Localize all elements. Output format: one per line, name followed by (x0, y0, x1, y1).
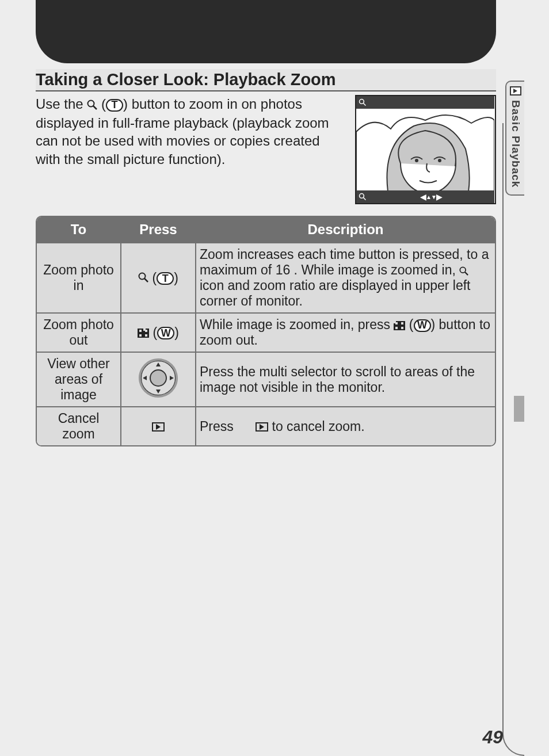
section-title: Taking a Closer Look: Playback Zoom (36, 69, 496, 91)
svg-line-3 (364, 104, 366, 106)
cell-description: Press the multi selector to scroll to ar… (195, 352, 495, 406)
lcd-top-bar (356, 96, 494, 109)
header-description: Description (195, 217, 495, 242)
w-button-icon: W (414, 319, 431, 332)
magnifier-icon (359, 98, 367, 106)
face-illustration (356, 109, 494, 192)
header-press: Press (120, 217, 195, 242)
intro-row: Use the (T) button to zoom in on photos … (36, 95, 496, 204)
magnifier-icon (459, 266, 468, 276)
svg-point-6 (438, 159, 441, 162)
svg-line-8 (364, 198, 366, 200)
lcd-illustration: ◀▲▼▶ (355, 95, 496, 204)
controls-table: To Press Description Zoom photo in (T) Z… (36, 216, 496, 446)
intro-text: Use the (T) button to zoom in on photos … (36, 95, 341, 204)
cell-description: Press to cancel zoom. (195, 406, 495, 445)
svg-line-1 (93, 106, 97, 109)
table-header-row: To Press Description (37, 217, 495, 242)
lcd-bottom-bar: ◀▲▼▶ (356, 190, 494, 203)
thumbnail-icon (394, 321, 405, 330)
svg-point-14 (150, 370, 166, 386)
cell-press: (T) (120, 242, 195, 312)
intro-prefix: Use the (36, 96, 87, 112)
magnifier-icon (138, 272, 148, 282)
multi-selector-icon (138, 358, 178, 398)
t-button-icon: T (157, 272, 174, 285)
intro-mid: ( (97, 96, 106, 112)
svg-point-0 (88, 101, 94, 107)
magnifier-icon (359, 193, 367, 201)
cell-description: Zoom increases each time button is press… (195, 242, 495, 312)
main-content: Taking a Closer Look: Playback Zoom Use … (36, 69, 496, 446)
t-button-icon: T (106, 99, 123, 112)
playback-icon (510, 86, 521, 96)
cell-press (120, 352, 195, 406)
header-to: To (37, 217, 120, 242)
table-row: Cancel zoom Press to cancel zoom. (37, 406, 495, 445)
cell-to: Zoom photo in (37, 242, 120, 312)
thumbnail-icon (138, 329, 149, 338)
cell-to: Zoom photo out (37, 312, 120, 352)
table-row: Zoom photo out (W) While image is zoomed… (37, 312, 495, 352)
table-row: View other areas of image Press the mult… (37, 352, 495, 406)
svg-line-12 (465, 272, 468, 275)
page-curve (502, 123, 524, 756)
svg-point-11 (460, 267, 466, 273)
magnifier-icon (87, 96, 97, 114)
svg-point-7 (360, 194, 364, 198)
header-dark-block (36, 0, 496, 63)
svg-point-2 (360, 100, 364, 104)
page-number: 49 (482, 727, 503, 748)
cell-description: While image is zoomed in, press (W) butt… (195, 312, 495, 352)
cell-to: View other areas of image (37, 352, 120, 406)
svg-line-10 (144, 278, 148, 282)
playback-icon (152, 422, 165, 432)
cell-press (120, 406, 195, 445)
nav-arrows-icon: ◀▲▼▶ (420, 192, 442, 201)
w-button-icon: W (157, 327, 174, 339)
svg-point-5 (415, 159, 418, 162)
table-row: Zoom photo in (T) Zoom increases each ti… (37, 242, 495, 312)
playback-icon (256, 422, 268, 432)
cell-to: Cancel zoom (37, 406, 120, 445)
cell-press: (W) (120, 312, 195, 352)
svg-point-9 (139, 273, 146, 279)
